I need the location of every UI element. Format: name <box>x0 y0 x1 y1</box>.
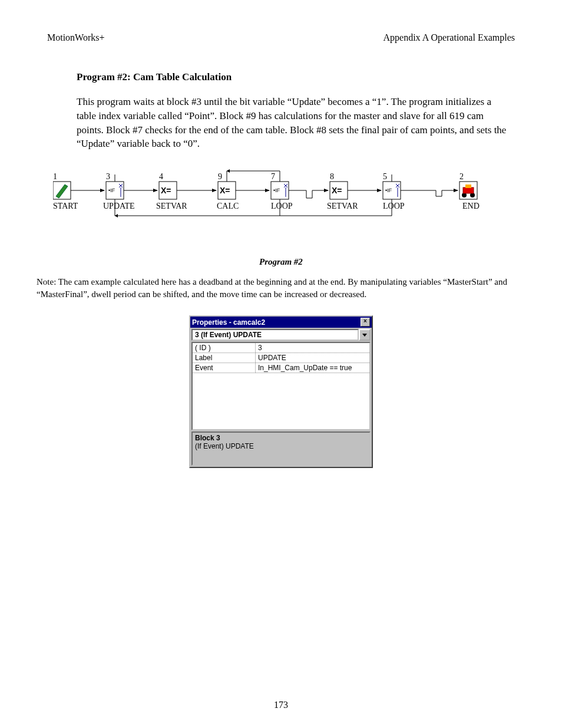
svg-text:UPDATE: UPDATE <box>103 202 135 210</box>
svg-text:START: START <box>53 202 78 210</box>
svg-text:7: 7 <box>271 172 275 181</box>
svg-text:X=: X= <box>161 186 171 195</box>
header-left: MotionWorks+ <box>47 32 105 43</box>
close-icon[interactable]: × <box>361 318 370 327</box>
svg-marker-29 <box>227 169 230 173</box>
note-text: Note: The cam example calculated here ha… <box>37 276 518 301</box>
grid-label: Label <box>193 353 256 363</box>
svg-rect-48 <box>463 187 474 193</box>
grid-value[interactable]: 3 <box>256 343 369 353</box>
svg-text:5: 5 <box>383 172 387 181</box>
section-title: Program #2: Cam Table Calculation <box>77 71 515 83</box>
grid-label: Event <box>193 363 256 373</box>
svg-text:•IF: •IF <box>273 187 280 193</box>
svg-text:8: 8 <box>330 172 334 181</box>
svg-text:LOOP: LOOP <box>383 202 405 210</box>
properties-grid: ( ID ) 3 Label UPDATE Event In_HMI_Cam_U… <box>191 342 371 430</box>
svg-marker-42 <box>115 214 118 218</box>
grid-value[interactable]: UPDATE <box>256 353 369 363</box>
body-paragraph: This program waits at block #3 until the… <box>77 95 509 151</box>
svg-text:LOOP: LOOP <box>271 202 293 210</box>
svg-text:3: 3 <box>106 172 110 181</box>
svg-text:SETVAR: SETVAR <box>156 202 187 210</box>
grid-row: Event In_HMI_Cam_UpDate == true <box>193 363 369 373</box>
grid-label: ( ID ) <box>193 343 256 353</box>
properties-titlebar: Properties - camcalc2 × <box>190 317 372 328</box>
header-right: Appendix A Operational Examples <box>383 32 515 43</box>
properties-footer: Block 3 (If Event) UPDATE <box>191 431 371 466</box>
properties-window: Properties - camcalc2 × 3 (If Event) UPD… <box>189 315 373 468</box>
svg-text:•IF: •IF <box>385 187 392 193</box>
svg-text:1: 1 <box>53 172 57 181</box>
figure-caption: Program #2 <box>47 257 515 267</box>
grid-row: ( ID ) 3 <box>193 343 369 353</box>
block-selector-dropdown[interactable]: 3 (If Event) UPDATE <box>191 329 359 341</box>
grid-value[interactable]: In_HMI_Cam_UpDate == true <box>256 363 369 373</box>
svg-text:9: 9 <box>218 172 222 181</box>
footer-subtitle: (If Event) UPDATE <box>195 442 367 450</box>
footer-title: Block 3 <box>195 434 367 442</box>
svg-text:SETVAR: SETVAR <box>327 202 358 210</box>
page-header: MotionWorks+ Appendix A Operational Exam… <box>47 32 515 43</box>
svg-text:CALC: CALC <box>217 202 239 210</box>
svg-text:2: 2 <box>459 172 464 181</box>
svg-text:END: END <box>462 202 480 210</box>
page-number: 173 <box>0 700 562 710</box>
properties-title: Properties - camcalc2 <box>192 318 265 327</box>
flow-diagram: 1 START 3 •IF UPDATE 4 X <box>53 169 515 233</box>
grid-row: Label UPDATE <box>193 353 369 363</box>
svg-rect-49 <box>465 185 471 188</box>
svg-text:X=: X= <box>332 186 342 195</box>
svg-text:•IF: •IF <box>108 187 115 193</box>
svg-text:4: 4 <box>159 172 163 181</box>
dropdown-arrow-icon[interactable] <box>359 329 371 341</box>
svg-text:X=: X= <box>220 186 230 195</box>
